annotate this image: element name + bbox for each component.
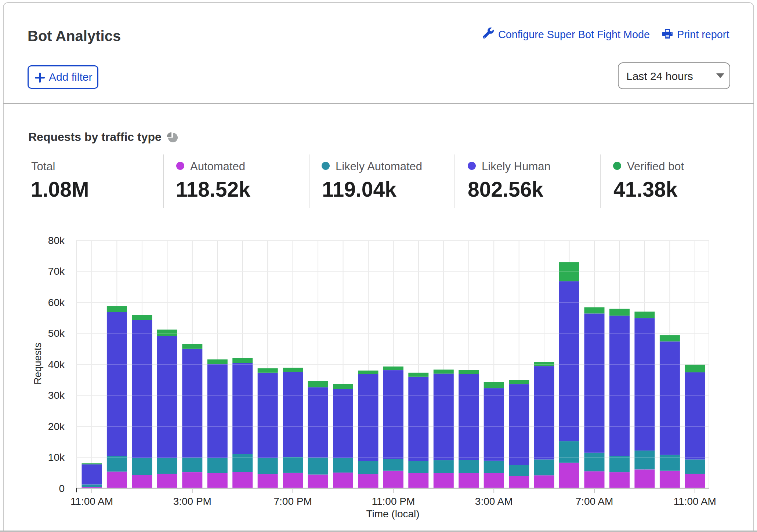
svg-text:30k: 30k <box>48 390 65 401</box>
svg-text:0: 0 <box>59 483 65 494</box>
svg-text:10k: 10k <box>48 452 65 463</box>
svg-text:11:00 PM: 11:00 PM <box>372 496 415 507</box>
svg-text:7:00 AM: 7:00 AM <box>576 496 613 507</box>
svg-text:80k: 80k <box>48 235 65 246</box>
svg-text:3:00 PM: 3:00 PM <box>173 496 211 507</box>
svg-text:50k: 50k <box>48 328 65 339</box>
svg-text:Time (local): Time (local) <box>366 508 419 520</box>
svg-text:Requests: Requests <box>32 343 43 385</box>
svg-text:60k: 60k <box>48 297 65 308</box>
svg-text:7:00 PM: 7:00 PM <box>274 496 312 507</box>
svg-text:3:00 AM: 3:00 AM <box>475 496 513 507</box>
svg-text:11:00 AM: 11:00 AM <box>674 496 716 507</box>
svg-text:20k: 20k <box>48 421 65 432</box>
svg-text:11:00 AM: 11:00 AM <box>70 496 113 507</box>
svg-text:70k: 70k <box>48 266 65 277</box>
svg-text:40k: 40k <box>48 359 65 370</box>
